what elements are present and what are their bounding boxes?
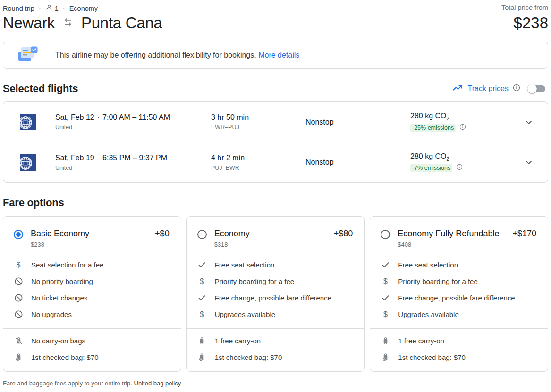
- cabin-class-label: Economy: [69, 5, 98, 12]
- flight-times: 6:35 PM – 9:37 PM: [102, 154, 167, 162]
- track-prices-toggle[interactable]: [528, 85, 545, 92]
- info-icon[interactable]: [456, 164, 463, 172]
- footer-text: Fare and baggage fees apply to your enti…: [3, 380, 132, 387]
- track-prices-control: Track prices: [452, 82, 548, 95]
- emissions-badge: -7% emissions: [410, 164, 452, 172]
- ticket-flexibility-icon: [17, 46, 38, 65]
- chevron-down-icon[interactable]: [523, 117, 541, 128]
- dot-separator: ·: [97, 154, 100, 162]
- flight-duration: 3 hr 50 min: [211, 113, 305, 122]
- emissions-badge: -25% emissions: [410, 124, 456, 132]
- card-divider: [3, 328, 181, 329]
- banner-message: This airline may be offering additional …: [55, 51, 256, 59]
- baggage-text: 1st checked bag: $70: [31, 353, 99, 361]
- passenger-count-value: 1: [55, 5, 59, 12]
- blocked-icon: [14, 310, 23, 319]
- feature-row: Free seat selection: [187, 257, 365, 273]
- flight-date: Sat, Feb 12: [55, 113, 94, 121]
- selected-flights-title: Selected flights: [3, 83, 78, 95]
- united-airlines-logo: [20, 154, 36, 171]
- dollar-icon: $: [197, 277, 207, 286]
- card-divider: [187, 328, 365, 329]
- breadcrumb-dot: ·: [39, 5, 41, 12]
- person-icon: [45, 4, 53, 13]
- check-icon: [197, 293, 207, 303]
- fare-radio[interactable]: [14, 230, 23, 239]
- fare-card-economy[interactable]: Economy $318 +$80 Free seat selection $ …: [186, 216, 365, 372]
- no-carry-on-icon: [14, 336, 23, 346]
- baggage-text: 1 free carry-on: [398, 337, 444, 345]
- feature-text: Upgrades available: [215, 310, 275, 318]
- breadcrumb: Round trip · 1 · Economy: [3, 4, 98, 13]
- destination-city: Punta Cana: [81, 14, 162, 32]
- flight-row-outbound[interactable]: Sat, Feb 12·7:00 AM – 11:50 AM United 3 …: [3, 102, 548, 142]
- more-details-link[interactable]: More details: [258, 51, 299, 59]
- baggage-text: 1st checked bag: $70: [398, 353, 466, 361]
- emissions-col: 280 kg CO2 -25% emissions: [410, 112, 523, 132]
- fare-price: $408: [398, 241, 499, 248]
- feature-text: Priority boarding for a fee: [398, 277, 477, 285]
- flight-datetime: Sat, Feb 19·6:35 PM – 9:37 PM: [55, 154, 211, 162]
- fare-radio[interactable]: [381, 230, 390, 239]
- flight-row-return[interactable]: Sat, Feb 19·6:35 PM – 9:37 PM United 4 h…: [3, 142, 548, 182]
- chevron-down-icon[interactable]: [523, 157, 541, 168]
- flight-info: Sat, Feb 12·7:00 AM – 11:50 AM United: [55, 113, 211, 131]
- fare-card-economy-fully-refundable[interactable]: Economy Fully Refundable $408 +$170 Free…: [370, 216, 548, 372]
- feature-text: No upgrades: [31, 310, 72, 318]
- feature-text: No priority boarding: [31, 277, 93, 285]
- airline-name: United: [55, 124, 211, 131]
- flight-stops: Nonstop: [305, 118, 410, 126]
- feature-row: $ Priority boarding for a fee: [370, 273, 548, 290]
- dollar-icon: $: [197, 310, 207, 319]
- title-row: Newark Punta Cana $238: [3, 14, 548, 32]
- total-price-value: $238: [514, 14, 548, 32]
- flight-info: Sat, Feb 19·6:35 PM – 9:37 PM United: [55, 154, 211, 171]
- bag-policy-link[interactable]: United bag policy: [134, 380, 181, 387]
- feature-row: $ Upgrades available: [187, 306, 365, 323]
- breadcrumb-dot: ·: [63, 5, 65, 12]
- check-icon: [381, 260, 390, 270]
- flight-duration-col: 4 hr 2 min PUJ–EWR: [211, 154, 305, 171]
- flight-datetime: Sat, Feb 12·7:00 AM – 11:50 AM: [55, 113, 211, 122]
- blocked-icon: [14, 293, 23, 303]
- passenger-count: 1: [45, 4, 59, 13]
- swap-horiz-icon: [62, 14, 74, 32]
- feature-text: Free change, possible fare difference: [398, 294, 515, 302]
- feature-row: Free change, possible fare difference: [370, 290, 548, 306]
- fare-radio[interactable]: [197, 230, 207, 239]
- checked-bag-icon: [197, 353, 207, 362]
- fare-delta: +$80: [330, 229, 353, 239]
- baggage-row: 1st checked bag: $70: [370, 349, 548, 366]
- track-prices-label[interactable]: Track prices: [467, 84, 509, 93]
- info-icon[interactable]: [513, 84, 520, 93]
- feature-row: $ Upgrades available: [370, 306, 548, 323]
- check-icon: [197, 260, 207, 270]
- fare-options-title: Fare options: [3, 197, 64, 209]
- selected-flights-header: Selected flights Track prices: [3, 82, 548, 95]
- baggage-row: 1 free carry-on: [187, 333, 365, 349]
- flight-booking-page: Round trip · 1 · Economy Total price fro…: [0, 0, 551, 387]
- feature-row: No ticket changes: [3, 290, 181, 306]
- baggage-row: 1st checked bag: $70: [3, 349, 181, 366]
- route-codes: EWR–PUJ: [211, 124, 305, 131]
- dot-separator: ·: [97, 113, 100, 121]
- footer-note: Fare and baggage fees apply to your enti…: [3, 380, 548, 387]
- feature-row: $ Priority boarding for a fee: [187, 273, 365, 290]
- topbar: Round trip · 1 · Economy Total price fro…: [3, 4, 548, 13]
- info-icon[interactable]: [459, 124, 466, 132]
- co2-value: 280 kg CO2: [410, 112, 523, 121]
- fare-delta: +$0: [151, 229, 170, 239]
- blocked-icon: [14, 277, 23, 286]
- baggage-text: 1 free carry-on: [215, 337, 261, 345]
- baggage-text: 1st checked bag: $70: [215, 353, 282, 361]
- fare-name: Economy: [214, 229, 250, 239]
- flight-times: 7:00 AM – 11:50 AM: [102, 113, 170, 121]
- flight-list: Sat, Feb 12·7:00 AM – 11:50 AM United 3 …: [3, 101, 548, 183]
- fare-price: $318: [214, 241, 250, 248]
- route-codes: PUJ–EWR: [211, 165, 305, 171]
- banner-text: This airline may be offering additional …: [55, 51, 299, 59]
- feature-text: Seat selection for a fee: [31, 261, 103, 269]
- fare-card-basic-economy[interactable]: Basic Economy $238 +$0 $ Seat selection …: [3, 216, 181, 372]
- total-price-label: Total price from: [501, 4, 548, 11]
- dollar-icon: $: [381, 310, 390, 319]
